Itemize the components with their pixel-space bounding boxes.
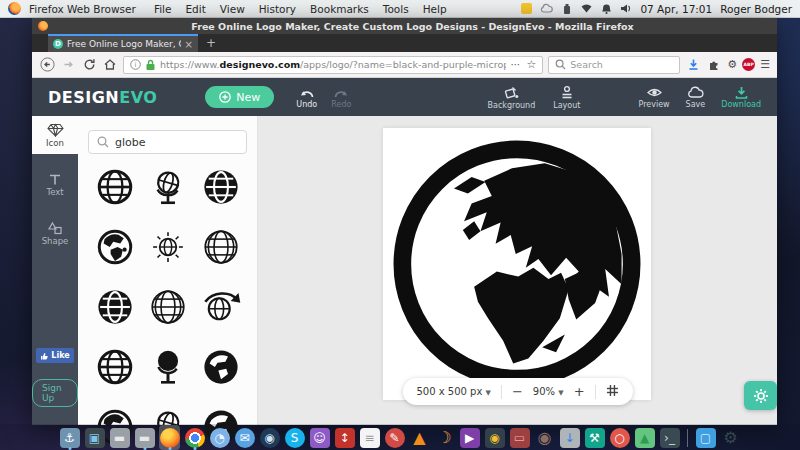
search-app-dock-icon[interactable]: ○ (609, 425, 630, 450)
downloads-button[interactable] (685, 57, 701, 73)
globe-wire-tile[interactable] (88, 342, 141, 392)
settings-fab[interactable] (744, 381, 777, 410)
text-editor-dock-icon[interactable]: ≡ (359, 425, 380, 450)
moon-app-dock-icon[interactable]: ☽ (434, 425, 455, 450)
menu-tools[interactable]: Tools (383, 3, 409, 15)
user-menu[interactable]: Roger Bodger (720, 3, 792, 15)
wifi-icon[interactable] (580, 3, 593, 14)
home-button[interactable] (102, 57, 118, 73)
audio-app-dock-icon[interactable]: ◉ (484, 425, 505, 450)
workspace-dock-icon[interactable]: ▢ (695, 425, 716, 450)
zoom-in-button[interactable]: + (574, 384, 585, 399)
anchor-dock-icon[interactable]: ⚓ (59, 425, 80, 450)
redo-button[interactable]: Redo (331, 86, 351, 109)
volume-icon[interactable] (620, 3, 632, 14)
settings-dock-icon[interactable]: ⚙ (720, 425, 741, 450)
globe-sun-tile[interactable] (141, 222, 194, 272)
zoom-level-dropdown[interactable]: 90% ▼ (533, 386, 564, 397)
sync-app-dock-icon[interactable]: ↕ (334, 425, 355, 450)
undo-button[interactable]: Undo (296, 86, 317, 109)
media-player-dock-icon[interactable]: ▶ (459, 425, 480, 450)
globe-thin-tile[interactable] (194, 222, 247, 272)
canvas-size-dropdown[interactable]: 500 x 500 px ▼ (416, 386, 490, 397)
globe-earth-solid-tile[interactable] (194, 342, 247, 392)
hamburger-menu-icon[interactable]: ☰ (760, 59, 770, 70)
screenshot-tool-icon[interactable]: ▣ (84, 425, 105, 450)
bell-icon[interactable] (601, 3, 612, 15)
chromium-dock-icon[interactable]: ◔ (209, 425, 230, 450)
menubar-app-label[interactable]: Firefox Web Browser (29, 3, 136, 15)
gimp-dock-icon[interactable]: ◉ (534, 425, 555, 450)
globe-wire-tile[interactable] (88, 162, 141, 212)
tools-dock-icon[interactable]: ⚒ (584, 425, 605, 450)
sidebar-tab-icon[interactable]: Icon (32, 116, 78, 154)
page-actions-icon[interactable]: ⋯ (510, 59, 520, 70)
globe-grid-solid-tile[interactable] (194, 162, 247, 212)
facebook-like-button[interactable]: Like (36, 348, 74, 363)
globe-desk-solid-tile[interactable] (141, 342, 194, 392)
tab-close-icon[interactable]: × (185, 39, 193, 50)
paint-bucket-icon (503, 85, 519, 100)
notes-icon[interactable] (521, 3, 532, 14)
sidebar-tab-text[interactable]: Text (32, 166, 78, 204)
adblock-plus-icon[interactable]: ABP (742, 58, 755, 71)
globe-thin-tile[interactable] (141, 282, 194, 332)
menu-edit[interactable]: Edit (185, 3, 205, 15)
file-drawer-icon[interactable]: ▬ (109, 425, 130, 450)
steam-dock-icon[interactable]: ◉ (259, 425, 280, 450)
clock[interactable]: 07 Apr, 17:01 (640, 3, 712, 15)
vlc-dock-icon[interactable]: ▲ (409, 425, 430, 450)
search-bar[interactable]: Search (548, 56, 680, 74)
zoom-out-button[interactable]: − (512, 384, 523, 399)
toolbar-gear-icon[interactable]: ⚙ (727, 59, 737, 70)
monitor-app-dock-icon[interactable]: ▲ (634, 425, 655, 450)
logo-canvas[interactable] (383, 128, 651, 400)
url-text[interactable]: https://www.designevo.com/apps/logo/?nam… (160, 59, 506, 70)
terminal-dock-icon[interactable]: ›_ (659, 425, 680, 450)
image-app-dock-icon[interactable]: ▭ (509, 425, 530, 450)
menu-bookmarks[interactable]: Bookmarks (310, 3, 369, 15)
globe-arrow-tile[interactable] (194, 282, 247, 332)
firefox-dock-icon[interactable] (159, 425, 180, 450)
menu-history[interactable]: History (259, 3, 296, 15)
menu-view[interactable]: View (220, 3, 245, 15)
forward-button[interactable] (60, 57, 76, 73)
skype-dock-icon[interactable]: S (284, 425, 305, 450)
firefox-app-icon[interactable] (8, 2, 21, 15)
earth-globe-graphic[interactable] (391, 138, 643, 390)
back-button[interactable] (39, 57, 55, 73)
bookmark-star-icon[interactable]: ☆ (526, 58, 536, 71)
preview-button[interactable]: Preview (638, 86, 669, 109)
globe-desk-tile[interactable] (141, 162, 194, 212)
sign-up-button[interactable]: Sign Up (32, 379, 78, 407)
icon-search-input[interactable]: globe (88, 130, 247, 154)
globe-thin (147, 286, 189, 328)
layout-button[interactable]: Layout (553, 85, 580, 110)
window-titlebar[interactable]: Free Online Logo Maker, Create Custom Lo… (32, 18, 777, 34)
cloud-icon[interactable] (540, 3, 554, 14)
extension-puzzle-icon[interactable] (706, 57, 722, 73)
mail-dock-icon[interactable]: ✉ (234, 425, 255, 450)
menu-help[interactable]: Help (423, 3, 447, 15)
new-button[interactable]: New (205, 86, 274, 108)
red-app-dock-icon[interactable]: ✎ (384, 425, 405, 450)
designevo-logo[interactable]: DESIGNEVO (48, 88, 157, 107)
url-bar[interactable]: i https://www.designevo.com/apps/logo/?n… (123, 56, 543, 74)
menu-file[interactable]: File (154, 3, 172, 15)
browser-tab[interactable]: D Free Online Logo Maker, Crea × (48, 34, 198, 52)
reload-button[interactable] (81, 57, 97, 73)
site-info-icon[interactable]: i (130, 59, 141, 70)
sidebar-tab-shape[interactable]: Shape (32, 214, 78, 252)
battery-icon[interactable] (562, 3, 572, 15)
download-button[interactable]: Download (721, 86, 761, 109)
new-tab-button[interactable]: + (198, 34, 224, 52)
installer-dock-icon[interactable]: ↓ (559, 425, 580, 450)
grid-snap-button[interactable] (606, 384, 619, 399)
background-button[interactable]: Background (488, 85, 536, 110)
globe-grid-solid-tile[interactable] (88, 282, 141, 332)
file-drawer-icon-2[interactable]: ▬ (134, 425, 155, 450)
smiley-app-dock-icon[interactable]: ☺ (309, 425, 330, 450)
globe-earth-tile[interactable] (88, 222, 141, 272)
chrome-dock-icon[interactable] (184, 425, 205, 450)
save-button[interactable]: Save (686, 86, 706, 109)
